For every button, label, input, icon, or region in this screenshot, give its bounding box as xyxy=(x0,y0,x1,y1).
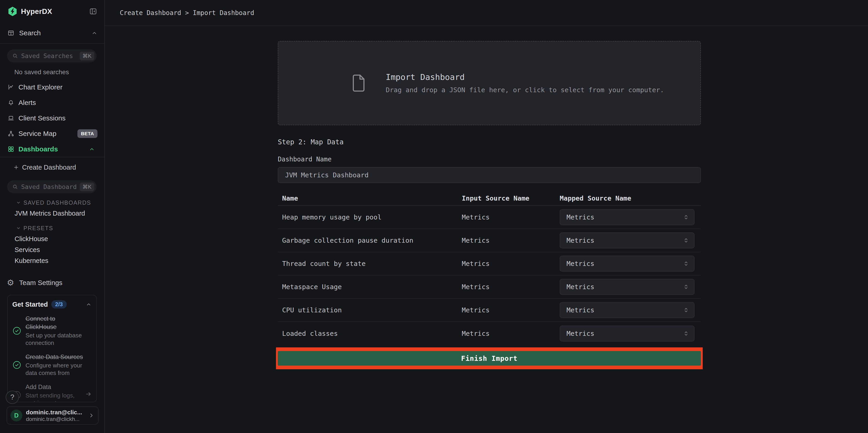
step-title: Step 2: Map Data xyxy=(278,138,701,146)
chevron-updown-icon xyxy=(683,260,689,267)
presets-group-toggle[interactable]: Presets xyxy=(0,223,104,233)
dashboard-name-input[interactable] xyxy=(278,167,701,183)
help-button[interactable]: ? xyxy=(6,391,19,404)
saved-searches-input[interactable] xyxy=(21,52,77,59)
bell-icon xyxy=(7,99,16,106)
row-name: Garbage collection pause duration xyxy=(282,237,462,244)
checklist-item-connect-clickhouse[interactable]: Connect to ClickHouse Set up your databa… xyxy=(12,315,92,347)
sidebar-section-search[interactable]: Search xyxy=(0,23,104,43)
user-name: dominic.tran@clic... xyxy=(26,409,82,416)
chevron-down-icon xyxy=(16,200,21,205)
app-logo[interactable]: HyperDX xyxy=(7,6,52,17)
chevron-up-icon[interactable] xyxy=(91,30,97,36)
nav-label: Chart Explorer xyxy=(19,83,62,91)
sidebar-item-client-sessions[interactable]: Client Sessions xyxy=(0,111,104,126)
checklist-item-create-data-sources[interactable]: Create Data Sources Configure where your… xyxy=(12,353,92,377)
search-section-icon xyxy=(7,30,16,36)
sidebar-item-clickhouse-preset[interactable]: ClickHouse xyxy=(0,233,104,244)
column-header-name: Name xyxy=(282,194,462,202)
service-map-icon xyxy=(7,130,16,137)
mapped-source-select[interactable]: Metrics xyxy=(560,302,694,318)
mapped-source-select[interactable]: Metrics xyxy=(560,256,694,272)
select-value: Metrics xyxy=(566,306,594,314)
row-input-source: Metrics xyxy=(462,330,560,337)
gear-icon: ⚙ xyxy=(7,279,16,287)
sidebar-divider xyxy=(0,43,104,44)
import-dropzone[interactable]: Import Dashboard Drag and drop a JSON fi… xyxy=(278,41,701,125)
create-dashboard-label: Create Dashboard xyxy=(22,164,76,171)
chevron-updown-icon xyxy=(683,283,689,290)
avatar: D xyxy=(10,409,22,422)
sidebar-bottom: Get Started 2/3 Connect to ClickHouse Se… xyxy=(0,295,104,433)
checklist-item-title: Create Data Sources xyxy=(26,353,87,361)
beta-badge: BETA xyxy=(78,129,97,138)
shortcut-kbd: ⌘K xyxy=(80,183,94,191)
search-icon xyxy=(12,184,18,190)
hyperdx-logo-icon xyxy=(7,6,18,17)
file-icon xyxy=(351,73,367,93)
column-header-mapped-source: Mapped Source Name xyxy=(560,194,701,202)
nav-label: Client Sessions xyxy=(19,114,66,122)
finish-import-button[interactable]: Finish Import xyxy=(278,351,701,366)
dropzone-subtitle: Drag and drop a JSON file here, or click… xyxy=(386,86,664,94)
saved-dashboards-group-toggle[interactable]: Saved Dashboards xyxy=(0,197,104,208)
sidebar-nav: Chart Explorer Alerts Client Sessions Se… xyxy=(0,80,104,157)
table-row: Loaded classes Metrics Metrics xyxy=(278,322,701,345)
highlight-annotation: Finish Import xyxy=(276,347,703,369)
sidebar-item-jvm-metrics-dashboard[interactable]: JVM Metrics Dashboard xyxy=(0,208,104,219)
mapped-source-select[interactable]: Metrics xyxy=(560,279,694,295)
table-row: Thread count by state Metrics Metrics xyxy=(278,252,701,275)
row-name: Metaspace Usage xyxy=(282,283,462,291)
chevron-up-icon[interactable] xyxy=(89,146,97,152)
sidebar-item-chart-explorer[interactable]: Chart Explorer xyxy=(0,80,104,95)
saved-dashboards-search[interactable]: ⌘K xyxy=(7,180,97,193)
chart-explorer-icon xyxy=(7,84,16,91)
chevron-updown-icon xyxy=(683,330,689,337)
select-value: Metrics xyxy=(566,260,594,268)
breadcrumb-import-dashboard: Import Dashboard xyxy=(193,9,254,17)
sidebar-item-dashboards[interactable]: Dashboards xyxy=(0,142,104,157)
mapped-source-select[interactable]: Metrics xyxy=(560,233,694,248)
mapped-source-select[interactable]: Metrics xyxy=(560,209,694,225)
arrow-right-icon xyxy=(85,391,92,398)
check-circle-icon xyxy=(12,360,22,370)
saved-dashboards-input[interactable] xyxy=(21,183,77,190)
sidebar-item-kubernetes-preset[interactable]: Kubernetes xyxy=(0,255,104,266)
shortcut-kbd: ⌘K xyxy=(80,52,94,60)
row-name: Thread count by state xyxy=(282,260,462,268)
check-circle-icon xyxy=(12,326,22,335)
sidebar-item-services-preset[interactable]: Services xyxy=(0,244,104,255)
presets-group-label: Presets xyxy=(24,225,53,231)
mapped-source-select[interactable]: Metrics xyxy=(560,326,694,341)
sidebar-item-alerts[interactable]: Alerts xyxy=(0,95,104,111)
app-window: HyperDX Search ⌘K No saved searches xyxy=(0,0,868,433)
select-value: Metrics xyxy=(566,330,594,337)
checklist-item-subtitle: Configure where your data comes from xyxy=(26,362,87,377)
row-name: Heap memory usage by pool xyxy=(282,213,462,221)
get-started-title: Get Started xyxy=(12,301,48,308)
checklist-item-subtitle: Start sending logs, metrics, or traces xyxy=(26,392,79,402)
checklist-item-add-data[interactable]: Add Data Start sending logs, metrics, or… xyxy=(12,383,92,402)
user-menu[interactable]: D dominic.tran@clic... dominic.tran@clic… xyxy=(7,406,99,425)
chevron-down-icon xyxy=(16,226,21,230)
collapse-sidebar-icon[interactable] xyxy=(89,7,97,15)
sidebar-item-team-settings[interactable]: ⚙ Team Settings xyxy=(0,276,104,290)
breadcrumb-create-dashboard[interactable]: Create Dashboard xyxy=(120,9,181,17)
chevron-up-icon[interactable] xyxy=(86,302,92,308)
create-dashboard-button[interactable]: Create Dashboard xyxy=(0,160,104,175)
sidebar-item-service-map[interactable]: Service Map BETA xyxy=(0,126,104,142)
chevron-updown-icon xyxy=(683,237,689,244)
user-email: dominic.tran@clickh... xyxy=(26,416,82,422)
table-row: Garbage collection pause duration Metric… xyxy=(278,229,701,252)
checklist-item-title: Connect to ClickHouse xyxy=(26,315,87,331)
checklist-item-title: Add Data xyxy=(26,383,79,391)
saved-searches-search[interactable]: ⌘K xyxy=(7,50,97,62)
get-started-header[interactable]: Get Started 2/3 xyxy=(12,300,92,308)
column-header-input-source: Input Source Name xyxy=(462,194,560,202)
main-area: Create Dashboard > Import Dashboard Impo… xyxy=(105,0,868,433)
row-input-source: Metrics xyxy=(462,306,560,314)
row-name: Loaded classes xyxy=(282,330,462,337)
nav-label: Dashboards xyxy=(19,145,58,153)
table-row: Heap memory usage by pool Metrics Metric… xyxy=(278,206,701,229)
table-header: Name Input Source Name Mapped Source Nam… xyxy=(278,191,701,206)
